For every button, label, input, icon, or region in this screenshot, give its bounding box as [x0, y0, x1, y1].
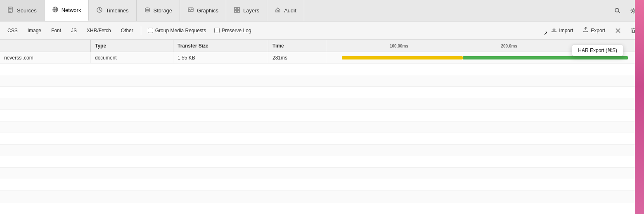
- table-row-empty-10: [0, 168, 644, 179]
- storage-icon: [144, 7, 151, 15]
- preserve-log-input[interactable]: [214, 28, 220, 33]
- waterfall-tick-200ms: 200.0ms: [501, 43, 517, 48]
- filter-image[interactable]: Image: [24, 26, 45, 35]
- table-row-empty-12: [0, 191, 644, 202]
- group-media-input[interactable]: [148, 28, 153, 33]
- waterfall-bar-yellow: [342, 56, 462, 59]
- svg-rect-11: [237, 7, 239, 10]
- col-header-transfer[interactable]: Transfer Size: [173, 40, 268, 52]
- import-icon: [551, 27, 557, 34]
- tooltip-label: HAR Export (⌘S): [578, 48, 617, 53]
- har-export-tooltip: HAR Export (⌘S): [572, 45, 623, 56]
- preserve-log-checkbox[interactable]: Preserve Log: [211, 26, 254, 35]
- network-table: Type Transfer Size Time 100.00ms 200.0ms…: [0, 40, 644, 214]
- table-row[interactable]: neverssl.com document 1.55 KB 281ms: [0, 52, 644, 64]
- tab-sources[interactable]: Sources: [0, 0, 45, 21]
- svg-point-8: [145, 8, 149, 10]
- table-row-empty-7: [0, 133, 644, 145]
- search-button[interactable]: [611, 4, 624, 17]
- table-header-row: Type Transfer Size Time 100.00ms 200.0ms: [0, 40, 644, 52]
- table-row-empty-6: [0, 121, 644, 133]
- svg-point-14: [615, 8, 619, 12]
- table-row-empty-5: [0, 110, 644, 121]
- table-row-empty-8: [0, 145, 644, 156]
- table-row-empty-2: [0, 75, 644, 87]
- tooltip-content: HAR Export (⌘S): [572, 45, 623, 56]
- table-row-empty-9: [0, 156, 644, 168]
- col-header-type[interactable]: Type: [91, 40, 173, 52]
- svg-line-15: [618, 12, 620, 13]
- svg-rect-10: [234, 7, 237, 10]
- table-body: neverssl.com document 1.55 KB 281ms: [0, 52, 644, 214]
- col-header-time[interactable]: Time: [268, 40, 326, 52]
- audit-icon: [275, 7, 281, 15]
- filter-separator-1: [141, 26, 141, 35]
- tab-audit[interactable]: Audit: [267, 0, 304, 21]
- table-row-empty-1: [0, 64, 644, 75]
- tab-storage[interactable]: Storage: [137, 0, 180, 21]
- filter-bar: CSS Image Font JS XHR/Fetch Other Group …: [0, 21, 644, 40]
- tab-sources-label: Sources: [17, 7, 37, 14]
- tab-graphics-label: Graphics: [197, 7, 218, 14]
- col-header-name[interactable]: [0, 40, 91, 52]
- cell-name: neverssl.com: [0, 52, 91, 63]
- svg-rect-12: [234, 10, 237, 12]
- timelines-icon: [96, 7, 103, 15]
- cell-time: 281ms: [268, 52, 326, 63]
- filter-css[interactable]: CSS: [3, 26, 22, 35]
- filter-js[interactable]: JS: [67, 26, 81, 35]
- tab-storage-label: Storage: [154, 7, 173, 14]
- graphics-icon: [187, 7, 194, 15]
- filter-clear-button[interactable]: [611, 26, 625, 35]
- table-row-empty-4: [0, 98, 644, 110]
- sources-icon: [7, 7, 14, 15]
- filter-xhrfetch[interactable]: XHR/Fetch: [83, 26, 115, 35]
- tab-graphics[interactable]: Graphics: [180, 0, 226, 21]
- export-icon: [583, 27, 589, 34]
- tab-timelines-label: Timelines: [106, 7, 128, 14]
- cell-type: document: [91, 52, 173, 63]
- tab-audit-label: Audit: [284, 7, 296, 14]
- table-row-empty-3: [0, 87, 644, 98]
- tab-layers[interactable]: Layers: [226, 0, 267, 21]
- cell-transfer: 1.55 KB: [173, 52, 268, 63]
- group-media-checkbox[interactable]: Group Media Requests: [144, 26, 209, 35]
- table-row-empty-11: [0, 179, 644, 191]
- svg-rect-13: [237, 10, 239, 12]
- tab-layers-label: Layers: [243, 7, 259, 14]
- svg-point-16: [632, 10, 635, 12]
- tab-bar: Sources Network Timelines: [0, 0, 644, 21]
- right-accent-bar: [635, 0, 644, 214]
- import-button[interactable]: Import: [547, 26, 577, 35]
- filter-font[interactable]: Font: [47, 26, 65, 35]
- export-button[interactable]: Export: [579, 26, 609, 35]
- filter-other[interactable]: Other: [117, 26, 137, 35]
- waterfall-tick-100ms: 100.00ms: [390, 43, 408, 48]
- layers-icon: [234, 7, 240, 15]
- waterfall-bar-green: [463, 56, 628, 59]
- tab-network-label: Network: [62, 7, 81, 13]
- tab-network[interactable]: Network: [45, 0, 89, 21]
- network-icon: [52, 6, 59, 14]
- tab-timelines[interactable]: Timelines: [89, 0, 136, 21]
